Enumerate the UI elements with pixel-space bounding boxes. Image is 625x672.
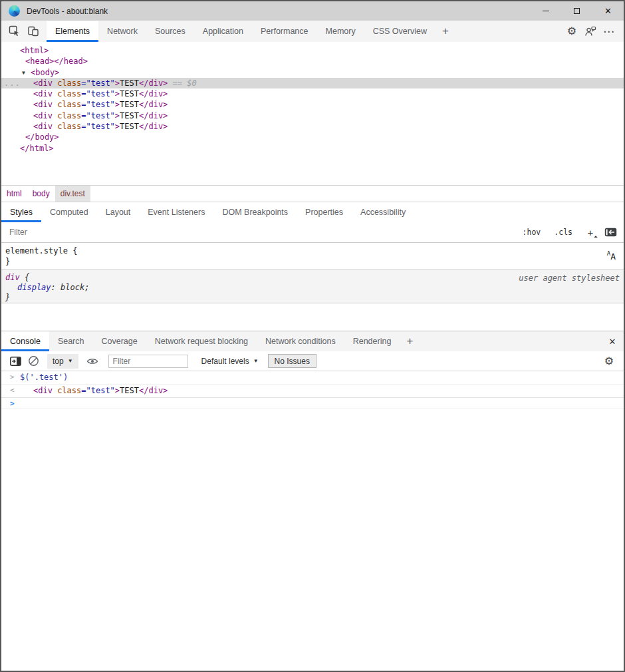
tab-sources[interactable]: Sources	[146, 21, 194, 42]
code-token: class	[57, 100, 81, 109]
styles-tab-accessibility[interactable]: Accessibility	[352, 202, 414, 222]
tab-application[interactable]: Application	[194, 21, 252, 42]
dock-sidebar-icon	[604, 228, 617, 237]
toggle-hover-state-button[interactable]: :hov	[523, 228, 541, 237]
code-token: >	[115, 111, 120, 120]
styles-tab-dom-breakpoints[interactable]: DOM Breakpoints	[213, 202, 297, 222]
code-token: </div>	[139, 100, 168, 109]
show-computed-sidebar-button[interactable]	[604, 228, 617, 237]
styles-filter-input[interactable]	[4, 224, 516, 240]
console-prompt-row[interactable]: >	[1, 398, 624, 409]
live-expression-button[interactable]	[86, 357, 98, 365]
console-sidebar-button[interactable]	[10, 357, 21, 366]
dom-tree-row[interactable]: <div class="test">TEST</div>	[1, 121, 624, 132]
styles-tab-properties[interactable]: Properties	[297, 202, 352, 222]
styles-tab-layout[interactable]: Layout	[97, 202, 140, 222]
styles-tab-event-listeners[interactable]: Event Listeners	[139, 202, 213, 222]
code-token: TEST	[120, 100, 139, 109]
ua-property-line: display: block;	[5, 283, 624, 293]
breadcrumb-item-html[interactable]: html	[1, 186, 27, 202]
dom-tree-row[interactable]: <div class="test">TEST</div>	[1, 99, 624, 110]
issues-counter-button[interactable]: No Issues	[268, 354, 316, 368]
code-token: <div	[33, 79, 53, 88]
new-style-rule-button[interactable]: +	[586, 227, 595, 238]
styles-filter-row: :hov .cls +	[1, 222, 624, 243]
console-command-row[interactable]: >$('.test')	[1, 371, 624, 385]
code-token: $('.test')	[20, 373, 68, 382]
inspect-element-button[interactable]	[5, 23, 24, 40]
toggle-class-button[interactable]: .cls	[554, 228, 572, 237]
feedback-icon	[584, 25, 596, 37]
drawer-tab-console[interactable]: Console	[1, 331, 49, 351]
dom-tree-row[interactable]: </html>	[1, 143, 624, 154]
tab-memory[interactable]: Memory	[317, 21, 364, 42]
close-button[interactable]: ✕	[592, 1, 624, 21]
window-controls: ✕	[530, 1, 624, 21]
device-toolbar-icon	[27, 25, 39, 37]
log-levels-dropdown[interactable]: Default levels▼	[201, 357, 259, 366]
expand-arrow-icon[interactable]: ▼	[22, 68, 25, 79]
code-token: </div>	[139, 111, 168, 120]
stylesheet-origin-label: user agent stylesheet	[519, 273, 620, 283]
dom-tree-row[interactable]: </body>	[1, 132, 624, 142]
dom-tree-row[interactable]: ...<div class="test">TEST</div> == $0	[1, 78, 624, 88]
code-token: ="test"	[81, 100, 115, 109]
add-drawer-tab-button[interactable]: +	[400, 331, 420, 351]
drawer-tab-strip: ConsoleSearchCoverageNetwork request blo…	[1, 331, 624, 351]
maximize-button[interactable]	[561, 1, 592, 21]
code-token: ="test"	[81, 89, 115, 98]
tab-css-overview[interactable]: CSS Overview	[364, 21, 436, 42]
add-panel-button[interactable]: +	[436, 21, 455, 42]
minimize-button[interactable]	[530, 1, 561, 21]
maximize-icon	[574, 8, 580, 14]
code-token: >	[115, 100, 120, 109]
code-token: ="test"	[81, 79, 115, 88]
drawer-tab-rendering[interactable]: Rendering	[344, 331, 400, 351]
code-token: class	[57, 89, 81, 98]
dom-tree: <html><head></head>▼<body>...<div class=…	[1, 42, 624, 185]
element-style-rule[interactable]: element.style { } AA	[1, 243, 624, 270]
code-token: >	[115, 122, 120, 131]
code-token: ="test"	[81, 386, 115, 395]
code-token: </html>	[20, 144, 54, 153]
drawer-tab-network-request-blocking[interactable]: Network request blocking	[146, 331, 257, 351]
more-options-button[interactable]: ⋯	[600, 23, 618, 40]
console-result-row[interactable]: <<div class="test">TEST</div>	[1, 385, 624, 398]
styles-tab-computed[interactable]: Computed	[41, 202, 97, 222]
tab-elements[interactable]: Elements	[47, 21, 98, 42]
dom-tree-row[interactable]: <html>	[1, 45, 624, 56]
tab-network[interactable]: Network	[98, 21, 146, 42]
styles-tab-styles[interactable]: Styles	[1, 202, 41, 222]
dom-tree-row[interactable]: <div class="test">TEST</div>	[1, 110, 624, 121]
code-token: <body>	[31, 68, 59, 77]
tab-performance[interactable]: Performance	[252, 21, 317, 42]
console-settings-button[interactable]: ⚙	[600, 353, 618, 370]
drawer-tab-search[interactable]: Search	[49, 331, 93, 351]
minimize-icon	[543, 11, 549, 11]
code-token: </div>	[139, 386, 168, 395]
clear-console-button[interactable]	[28, 355, 39, 367]
dom-tree-row[interactable]: <head></head>	[1, 56, 624, 67]
breadcrumb: htmlbodydiv.test	[1, 185, 624, 202]
code-token: TEST	[120, 122, 139, 131]
close-drawer-button[interactable]: ✕	[601, 331, 624, 351]
breadcrumb-item-div-test[interactable]: div.test	[55, 186, 90, 202]
dom-tree-row[interactable]: ▼<body>	[1, 67, 624, 78]
font-size-toggle-button[interactable]: AA	[607, 248, 616, 262]
main-tab-strip: ElementsNetworkSourcesApplicationPerform…	[47, 21, 436, 42]
breadcrumb-item-body[interactable]: body	[27, 186, 55, 202]
settings-button[interactable]: ⚙	[562, 23, 581, 40]
device-toolbar-button[interactable]	[24, 23, 43, 40]
code-token: <div	[33, 89, 53, 98]
console-messages[interactable]: >$('.test')<<div class="test">TEST</div>…	[1, 371, 624, 671]
feedback-button[interactable]	[581, 23, 600, 40]
edge-logo-icon	[9, 5, 20, 17]
console-filter-input[interactable]	[108, 355, 188, 368]
devtools-window: DevTools - about:blank ✕ ElementsNetwo	[0, 0, 625, 672]
javascript-context-selector[interactable]: top▼	[47, 354, 78, 369]
dom-tree-row[interactable]: <div class="test">TEST</div>	[1, 88, 624, 99]
drawer-tab-network-conditions[interactable]: Network conditions	[257, 331, 344, 351]
drawer-tab-coverage[interactable]: Coverage	[92, 331, 146, 351]
console-toolbar: top▼ Default levels▼ No Issues ⚙	[1, 351, 624, 371]
code-token: </body>	[25, 132, 59, 142]
